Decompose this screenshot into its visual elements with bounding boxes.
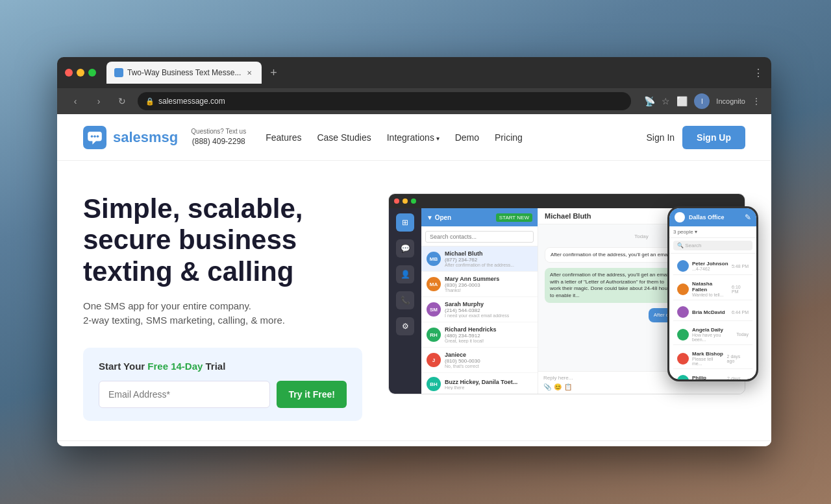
menu-icon[interactable]: ⋮ xyxy=(752,96,761,106)
back-button[interactable]: ‹ xyxy=(68,93,83,109)
bookmark-icon[interactable]: ☆ xyxy=(662,96,670,106)
conv-preview: After confirmation of the address... xyxy=(445,263,532,267)
active-tab[interactable]: Two-Way Business Text Messe... ✕ xyxy=(106,62,262,84)
url-text: salesmessage.com xyxy=(158,97,225,106)
forward-button[interactable]: › xyxy=(91,93,106,109)
conv-item-michael[interactable]: MB Michael Bluth (877) 234-762 After con… xyxy=(421,246,538,272)
tab-right-controls: ⋮ xyxy=(753,67,763,79)
app-close-dot xyxy=(394,198,399,204)
conv-info: Mary Ann Summers (830) 236-0003 Thanks! xyxy=(445,276,532,293)
conv-name: Michael Bluth xyxy=(445,250,532,257)
app-sidebar: ⊞ 💬 👤 📞 ⚙ xyxy=(389,208,421,394)
mobile-contact-time: Today xyxy=(736,332,749,337)
tab-close-button[interactable]: ✕ xyxy=(245,68,254,77)
mobile-contact-avatar xyxy=(677,375,689,379)
contact-info: Questions? Text us (888) 409-2298 xyxy=(191,128,246,147)
new-tab-button[interactable]: + xyxy=(264,64,282,82)
hero-subtitle-line2: 2-way texting, SMS marketing, calling, &… xyxy=(83,315,285,326)
chat-contact-name: Michael Bluth xyxy=(545,212,591,220)
conv-avatar: BH xyxy=(427,377,441,391)
mobile-contact-name: Mark Bishop xyxy=(692,351,724,357)
mobile-contact-bria[interactable]: Bria McDavid 6:44 PM xyxy=(673,304,752,321)
mobile-contact-peter[interactable]: Peter Johnson ...4-7462 5:48 PM xyxy=(673,258,752,275)
mobile-contact-mark[interactable]: Mark Bishop Please tell me... 2 days ago xyxy=(673,348,752,369)
tab-bar: Two-Way Business Text Messe... ✕ + ⋮ xyxy=(106,62,763,84)
conv-phone: (830) 236-0003 xyxy=(445,282,532,288)
conv-avatar: RH xyxy=(427,328,441,342)
mobile-contact-avatar xyxy=(677,329,689,341)
incognito-label: Incognito xyxy=(716,97,745,105)
signin-link[interactable]: Sign In xyxy=(647,132,675,143)
browser-window: Two-Way Business Text Messe... ✕ + ⋮ ‹ ›… xyxy=(57,57,771,446)
mobile-contact-avatar xyxy=(677,353,689,365)
nav-features[interactable]: Features xyxy=(266,132,301,143)
mobile-contact-time: 2 days ago xyxy=(727,376,749,379)
conv-item-mary[interactable]: MA Mary Ann Summers (830) 236-0003 Thank… xyxy=(421,272,538,297)
close-window-button[interactable] xyxy=(65,69,73,77)
conv-item-sarah[interactable]: SM Sarah Murphy (214) 544-0382 I need yo… xyxy=(421,297,538,322)
mobile-contact-time: 2 days ago xyxy=(727,354,749,363)
mobile-contact-time: 6:44 PM xyxy=(732,310,749,315)
reload-button[interactable]: ↻ xyxy=(114,93,130,109)
hero-title: Simple, scalable, secure business textin… xyxy=(83,193,362,287)
maximize-window-button[interactable] xyxy=(88,69,96,77)
mobile-contact-natasha[interactable]: Natasha Fallen Wanted to tell... 6:10 PM xyxy=(673,278,752,300)
mobile-app-overlay: Dallas Office ✎ 3 people ▾ 🔍 Search Pete xyxy=(667,206,758,381)
new-conversation-button[interactable]: START NEW xyxy=(496,213,532,222)
contact-label: Questions? Text us xyxy=(191,128,246,135)
nav-pricing[interactable]: Pricing xyxy=(495,132,523,143)
mobile-contact-angela[interactable]: Angela Daily How have you been... Today xyxy=(673,324,752,345)
conv-info: Janiece (810) 500-0030 No, that's correc… xyxy=(445,352,532,368)
minimize-window-button[interactable] xyxy=(77,69,84,77)
nav-integrations[interactable]: Integrations xyxy=(387,132,440,143)
conv-phone: (877) 234-762 xyxy=(445,257,532,263)
conv-avatar: SM xyxy=(427,302,441,317)
search-input[interactable] xyxy=(425,231,534,243)
conv-name: Janiece xyxy=(445,352,532,358)
mobile-edit-icon: ✎ xyxy=(745,213,751,222)
address-bar[interactable]: 🔒 salesmessage.com xyxy=(138,92,631,110)
profile-button[interactable]: I xyxy=(694,93,710,109)
conv-avatar: MA xyxy=(427,277,441,291)
hero-subtitle-line1: One SMS app for your entire company. xyxy=(83,300,251,311)
nav-links: Features Case Studies Integrations Demo … xyxy=(266,132,646,143)
conv-item-janiece[interactable]: J Janiece (810) 500-0030 No, that's corr… xyxy=(421,348,538,373)
extensions-icon: ⬜ xyxy=(676,96,688,106)
mobile-contact-time: 5:48 PM xyxy=(732,264,749,269)
tab-favicon xyxy=(114,68,123,77)
conv-name: Sarah Murphy xyxy=(445,301,532,307)
signup-button[interactable]: Sign Up xyxy=(682,126,745,149)
app-minimize-dot xyxy=(403,198,408,204)
email-input[interactable] xyxy=(99,381,270,408)
nav-case-studies[interactable]: Case Studies xyxy=(317,132,371,143)
address-bar-row: ‹ › ↻ 🔒 salesmessage.com 📡 ☆ ⬜ I Incogni… xyxy=(57,88,771,114)
message-incoming-1: After confirmation of the address, you'l… xyxy=(545,247,680,263)
mobile-header: Dallas Office ✎ xyxy=(669,208,756,226)
nav-demo[interactable]: Demo xyxy=(455,132,479,143)
logo-text: salesmsg xyxy=(113,129,178,146)
conv-name: Buzz Hickey, Danila Toet... xyxy=(445,379,532,385)
mobile-contact-preview: ...4-7462 xyxy=(692,267,728,271)
conv-avatar: MB xyxy=(427,252,441,266)
cast-icon: 📡 xyxy=(644,96,655,106)
mobile-contact-preview: Wanted to tell... xyxy=(692,293,728,297)
mobile-contact-preview: How have you been... xyxy=(692,333,733,342)
emoji-icon: 😊 xyxy=(554,383,562,390)
conv-item-buzz[interactable]: BH Buzz Hickey, Danila Toet... Hey there xyxy=(421,373,538,394)
trial-title: Start Your Free 14-Day Trial xyxy=(99,361,347,372)
hero-subtitle: One SMS app for your entire company. 2-w… xyxy=(83,299,362,328)
conv-name: Mary Ann Summers xyxy=(445,276,532,282)
chat-toolbar: 📎 😊 📋 xyxy=(543,383,739,390)
conversations-title: ▼ Open xyxy=(427,214,451,221)
mobile-group-info: 3 people ▾ xyxy=(669,226,756,238)
mobile-content: Dallas Office ✎ 3 people ▾ 🔍 Search Pete xyxy=(669,208,756,379)
mobile-search: 🔍 Search xyxy=(669,238,756,254)
mobile-contact-philip[interactable]: Philip Petters 2 days ago xyxy=(673,372,752,379)
conv-item-richard[interactable]: RH Richard Hendricks (480) 234-5912 Grea… xyxy=(421,322,538,348)
tab-title: Two-Way Business Text Messe... xyxy=(127,68,241,77)
logo-area: salesmsg xyxy=(83,126,178,149)
mobile-org-name: Dallas Office xyxy=(689,214,725,221)
try-free-button[interactable]: Try it Free! xyxy=(277,381,347,408)
conv-preview: I need your exact email address xyxy=(445,313,532,318)
conv-info: Buzz Hickey, Danila Toet... Hey there xyxy=(445,379,532,390)
